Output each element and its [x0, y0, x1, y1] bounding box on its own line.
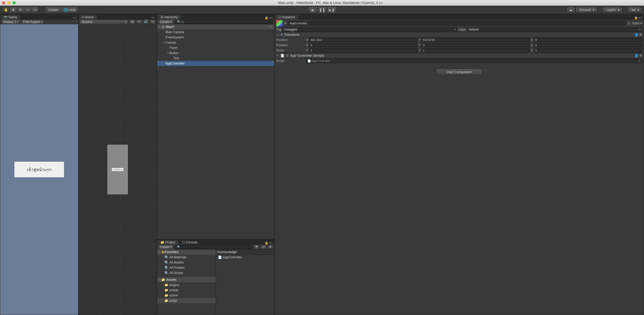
scene-root-row[interactable]: ▼⬡Main*▾≡ — [157, 24, 274, 30]
2d-toggle[interactable]: 2D — [129, 20, 135, 24]
project-tab[interactable]: 📁 Project — [157, 240, 179, 245]
lighting-toggle[interactable]: ☀ — [136, 20, 142, 24]
tab-menu-icon[interactable]: ▾≡ — [72, 16, 78, 20]
chevron-down-icon[interactable]: ▾ — [641, 21, 642, 25]
hierarchy-item[interactable]: Text — [157, 56, 274, 61]
favorite-item[interactable]: 🔍All Scripts — [157, 270, 216, 276]
main-toolbar: ✋ ✥ ↻ ⤢ ▭ ▪ Center 🌐 Local ▶ ❚❚ ▶❚ ☁ Acc… — [0, 6, 644, 14]
layout-dropdown[interactable]: wit ▾ — [628, 7, 642, 13]
scale-x-field[interactable]: 1 — [309, 48, 417, 52]
scale-tool-button[interactable]: ⤢ — [24, 7, 31, 13]
tab-menu-icon[interactable]: ▾≡ — [150, 16, 157, 20]
project-search[interactable]: 🔍 — [175, 245, 253, 249]
pivot-local-button[interactable]: 🌐 Local — [61, 7, 78, 13]
layer-dropdown[interactable]: Default÷ — [467, 27, 642, 32]
account-dropdown[interactable]: Account ▾ — [576, 7, 597, 13]
component-enabled-checkbox[interactable]: ✓ — [285, 54, 289, 57]
aspect-dropdown[interactable]: Free Aspect ÷ — [21, 20, 44, 24]
lock-icon[interactable]: 🔒 ▾≡ — [632, 16, 644, 20]
script-component-header[interactable]: ▼📄 ✓ App Controller (Script) 📘 ⚙ — [275, 53, 644, 58]
gameobject-name-field[interactable]: AppController — [288, 21, 626, 25]
filter-button[interactable]: ⚑ — [254, 245, 260, 249]
pivot-center-button[interactable]: ▪ Center — [45, 7, 61, 13]
maximize-window-button[interactable] — [13, 1, 16, 4]
step-button[interactable]: ▶❚ — [327, 7, 336, 13]
scale-y-field[interactable]: 1 — [422, 48, 530, 52]
active-checkbox[interactable]: ✓ — [284, 21, 287, 25]
shading-dropdown[interactable]: Shaded ÷ — [80, 20, 128, 24]
hierarchy-item[interactable]: Main Camera — [157, 30, 274, 35]
folder-item[interactable]: 📁scene — [157, 293, 216, 298]
script-field[interactable]: 📄 AppController⊙ — [306, 59, 642, 63]
scale-z-field[interactable]: 1 — [534, 48, 642, 52]
inspector-tab[interactable]: ⓘ Inspector — [275, 15, 298, 20]
move-tool-button[interactable]: ✥ — [9, 7, 17, 13]
game-tab[interactable]: 📷 Game — [0, 15, 21, 20]
favorites-header[interactable]: ▼★ Favorites — [157, 249, 216, 255]
scene-tab[interactable]: # Scene — [79, 15, 97, 20]
rot-z-field[interactable]: 0 — [534, 43, 642, 47]
project-create-dropdown[interactable]: Create ▾ — [158, 245, 174, 249]
console-tab[interactable]: ☐ Console — [179, 240, 201, 245]
gear-icon[interactable]: ⚙ — [639, 54, 642, 57]
label-filter-button[interactable]: 🏷 — [261, 245, 266, 249]
minimize-window-button[interactable] — [7, 1, 10, 4]
static-checkbox[interactable] — [627, 21, 631, 25]
pos-z-field[interactable]: 0 — [534, 38, 642, 42]
favorite-item[interactable]: 🔍All Materials — [157, 255, 216, 260]
project-panel: 📁 Project ☐ Console 🔒 ▾≡ Create ▾ 🔍 ⚑ 🏷 … — [157, 239, 274, 315]
layers-dropdown[interactable]: Layers ▾ — [602, 7, 622, 13]
folder-item[interactable]: 📁prefab — [157, 288, 216, 293]
hierarchy-tab[interactable]: ☰ Hierarchy — [157, 15, 181, 20]
breadcrumb[interactable]: Assets ▸ script — [216, 249, 274, 255]
transform-tool-group: ✋ ✥ ↻ ⤢ ▭ — [2, 7, 39, 13]
fx-toggle[interactable]: ▭ — [150, 20, 156, 24]
hierarchy-item[interactable]: ▼Button — [157, 50, 274, 56]
save-search-button[interactable]: ★ — [267, 245, 273, 249]
close-window-button[interactable] — [2, 1, 5, 4]
favorite-item[interactable]: 🔍All Prefabs — [157, 265, 216, 270]
gameobject-icon[interactable] — [276, 20, 283, 26]
pause-button[interactable]: ❚❚ — [318, 7, 327, 13]
hierarchy-tree: ▼⬡Main*▾≡ Main Camera EventSystem ▼Canva… — [157, 24, 274, 239]
position-label: Position — [276, 38, 305, 42]
asset-item[interactable]: 📄AppController — [216, 255, 274, 260]
tag-dropdown[interactable]: Untagged÷ — [282, 27, 457, 32]
help-icon[interactable]: 📘 — [634, 54, 638, 57]
window-title: Main.unity - HelloWorld - PC, Mac & Linu… — [19, 1, 642, 5]
gear-icon[interactable]: ⚙ — [639, 33, 642, 37]
lock-icon[interactable]: 🔒 ▾≡ — [263, 16, 274, 20]
rect-tool-button[interactable]: ▭ — [31, 7, 39, 13]
inspector-panel: ⓘ Inspector🔒 ▾≡ ✓ AppController Static▾ … — [274, 14, 644, 315]
create-dropdown[interactable]: Create ▾ — [158, 20, 174, 24]
hierarchy-item-selected[interactable]: AppController — [157, 61, 274, 66]
cloud-button[interactable]: ☁ — [567, 7, 575, 13]
pos-y-field[interactable]: 510.5725 — [422, 38, 530, 42]
display-dropdown[interactable]: Display 1 ÷ — [1, 20, 20, 24]
assets-header[interactable]: ▼📁Assets — [157, 277, 216, 282]
game-view[interactable]: เข้าสู่หน้าแรก — [0, 24, 78, 315]
rot-y-field[interactable]: 0 — [422, 43, 530, 47]
lock-icon[interactable]: 🔒 ▾≡ — [263, 241, 274, 245]
scene-view[interactable]: เข้าสู่หน้าแรก — [79, 24, 157, 315]
hierarchy-search[interactable]: 🔍All — [175, 20, 273, 24]
transform-header[interactable]: ▼⤧ Transform 📘 ⚙ — [275, 32, 644, 37]
rotate-tool-button[interactable]: ↻ — [17, 7, 24, 13]
audio-toggle[interactable]: 🔊 — [143, 20, 149, 24]
hand-tool-button[interactable]: ✋ — [2, 7, 9, 13]
pos-x-field[interactable]: 401.1617 — [309, 38, 417, 42]
hierarchy-item[interactable]: EventSystem — [157, 35, 274, 40]
rot-x-field[interactable]: 0 — [309, 43, 417, 47]
play-button[interactable]: ▶ — [308, 7, 318, 13]
help-icon[interactable]: 📘 — [634, 33, 638, 37]
folder-item[interactable]: 📁plugins — [157, 282, 216, 288]
folder-item-selected[interactable]: 📁script — [157, 298, 216, 303]
add-component-button[interactable]: Add Component — [436, 69, 482, 75]
rotation-label: Rotation — [276, 43, 305, 47]
hierarchy-item[interactable]: ▼Canvas — [157, 40, 274, 45]
ui-button: เข้าสู่หน้าแรก — [14, 162, 64, 177]
favorite-item[interactable]: 🔍All Models — [157, 260, 216, 265]
chevron-down-icon: ▾ — [637, 8, 639, 12]
hierarchy-item[interactable]: Panel — [157, 45, 274, 50]
scale-label: Scale — [276, 49, 305, 52]
